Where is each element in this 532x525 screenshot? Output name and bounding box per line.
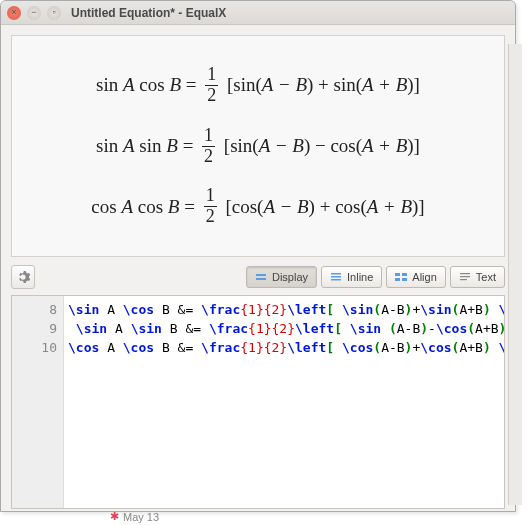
gear-icon [16,270,30,284]
fn: sin [334,74,356,96]
line-gutter: 8910 [12,296,64,508]
svg-rect-2 [331,273,341,275]
svg-rect-0 [256,274,266,276]
settings-button[interactable] [11,265,35,289]
window-title: Untitled Equation* - EqualX [71,6,226,20]
svg-rect-11 [460,279,467,280]
fn: cos [335,196,360,218]
fn: cos [232,196,257,218]
fn: cos [138,196,163,218]
op: + [318,74,329,96]
numerator: 1 [204,186,217,207]
equation-row-3: cos A cos B = 12 [cos(A − B) + cos(A + B… [91,186,424,227]
label: Text [476,271,496,283]
var: A [123,74,135,96]
align-icon [395,271,407,283]
display-icon [255,271,267,283]
var: B [169,74,181,96]
op: + [320,196,331,218]
line-number: 9 [12,319,57,338]
var: B [166,135,178,157]
denominator: 2 [202,147,215,167]
editor: 8910 \sin A \cos B &= \frac{1}{2}\left[ … [11,295,505,509]
var: B [168,196,180,218]
app-window: × − ▫ Untitled Equation* - EqualX sin A … [0,0,516,512]
svg-rect-6 [402,273,407,276]
code-editor[interactable]: \sin A \cos B &= \frac{1}{2}\left[ \sin(… [64,296,504,508]
numerator: 1 [202,126,215,147]
fn: sin [96,74,118,96]
fn: sin [233,74,255,96]
line-number: 10 [12,338,57,357]
var: A [121,196,133,218]
vertical-scrollbar[interactable] [508,44,522,505]
svg-rect-1 [256,278,266,280]
fn: cos [91,196,116,218]
svg-rect-9 [460,273,470,274]
inline-mode-button[interactable]: Inline [321,266,382,288]
fraction: 12 [202,126,215,167]
close-icon[interactable]: × [7,6,21,20]
display-mode-button[interactable]: Display [246,266,317,288]
arg: A − B [262,74,307,96]
mode-toolbar: Display Inline Align Text [11,263,505,291]
window-controls: × − ▫ [7,6,61,20]
arg: A + B [362,74,407,96]
minimize-icon[interactable]: − [27,6,41,20]
fn: sin [139,135,161,157]
arg: A + B [362,135,407,157]
equation-preview: sin A cos B = 12 [sin(A − B) + sin(A + B… [11,35,505,257]
svg-rect-3 [331,276,341,278]
svg-rect-8 [402,278,407,281]
arg: A + B [367,196,412,218]
denominator: 2 [204,207,217,227]
denominator: 2 [205,86,218,106]
code-line[interactable]: \cos A \cos B &= \frac{1}{2}\left[ \cos(… [68,338,500,357]
fn: cos [330,135,355,157]
svg-rect-5 [395,273,400,276]
svg-rect-7 [395,278,400,281]
text-mode-button[interactable]: Text [450,266,505,288]
fraction: 12 [205,65,218,106]
label: Display [272,271,308,283]
fraction: 12 [204,186,217,227]
var: A [123,135,135,157]
svg-rect-4 [331,279,341,281]
line-number: 8 [12,300,57,319]
code-line[interactable]: \sin A \sin B &= \frac{1}{2}\left[ \sin … [68,319,500,338]
bug-icon: ✱ [110,510,119,523]
equation-row-1: sin A cos B = 12 [sin(A − B) + sin(A + B… [96,65,420,106]
content-area: sin A cos B = 12 [sin(A − B) + sin(A + B… [1,25,515,511]
arg: A − B [263,196,308,218]
date-text: May 13 [123,511,159,523]
fn: cos [139,74,164,96]
op: − [315,135,326,157]
background-date-fragment: ✱ May 13 [110,510,159,523]
arg: A − B [259,135,304,157]
fn: sin [230,135,252,157]
align-mode-button[interactable]: Align [386,266,445,288]
svg-rect-10 [460,276,470,277]
equation-row-2: sin A sin B = 12 [sin(A − B) − cos(A + B… [96,126,420,167]
label: Align [412,271,436,283]
titlebar[interactable]: × − ▫ Untitled Equation* - EqualX [1,1,515,25]
label: Inline [347,271,373,283]
code-line[interactable]: \sin A \cos B &= \frac{1}{2}\left[ \sin(… [68,300,500,319]
text-icon [459,271,471,283]
inline-icon [330,271,342,283]
maximize-icon[interactable]: ▫ [47,6,61,20]
numerator: 1 [205,65,218,86]
fn: sin [96,135,118,157]
